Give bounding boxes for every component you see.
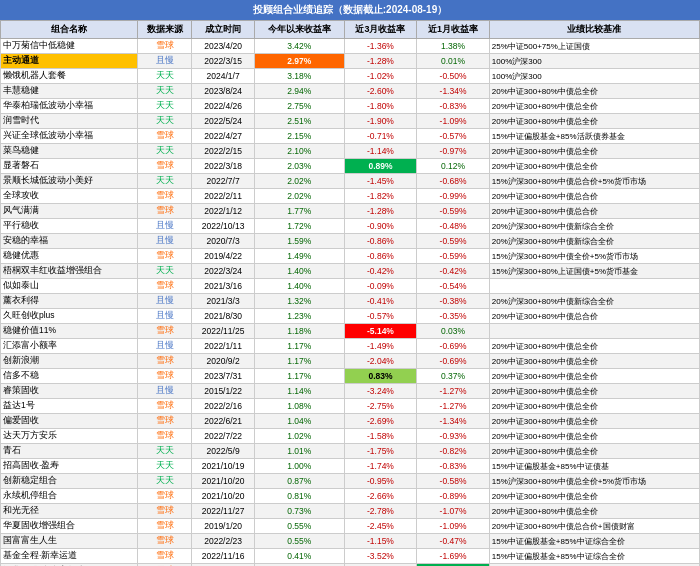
cell-date: 2022/3/15 — [192, 54, 255, 69]
table-row: 全球攻收雪球2022/2/112.02%-1.82%-0.99%20%中证300… — [1, 189, 700, 204]
table-row: 稳健价值11%雪球2022/11/251.18%-5.14%0.03% — [1, 324, 700, 339]
cell-name: 显著磐石 — [1, 159, 138, 174]
cell-date: 2021/3/3 — [192, 294, 255, 309]
cell-date: 2022/11/16 — [192, 549, 255, 564]
cell-date: 2022/2/11 — [192, 189, 255, 204]
cell-m3: -0.71% — [344, 129, 417, 144]
cell-m3: -0.90% — [344, 219, 417, 234]
cell-name: 中万菊信中低稳健 — [1, 39, 138, 54]
cell-date: 2022/2/15 — [192, 144, 255, 159]
cell-m3: -1.74% — [344, 459, 417, 474]
table-row: 薰衣利得且慢2021/3/31.32%-0.41%-0.38%20%沪深300+… — [1, 294, 700, 309]
cell-ytd: 1.18% — [254, 324, 344, 339]
cell-source: 雪球 — [138, 324, 192, 339]
cell-ytd: 1.17% — [254, 369, 344, 384]
cell-m1: -0.59% — [417, 249, 490, 264]
cell-source: 雪球 — [138, 489, 192, 504]
cell-m3: -5.14% — [344, 324, 417, 339]
cell-source: 雪球 — [138, 279, 192, 294]
cell-name: 久旺创收plus — [1, 309, 138, 324]
cell-name: 懒饿机器人套餐 — [1, 69, 138, 84]
table-row: 久旺创收plus且慢2021/8/301.23%-0.57%-0.35%20%中… — [1, 309, 700, 324]
cell-name: 稳健优惠 — [1, 249, 138, 264]
table-row: 达天万方安乐雪球2022/7/221.02%-1.58%-0.93%20%中证3… — [1, 429, 700, 444]
cell-benchmark: 25%中证500+75%上证国债 — [489, 39, 699, 54]
cell-name: 主动通道 — [1, 54, 138, 69]
cell-source: 雪球 — [138, 399, 192, 414]
cell-m1: -0.97% — [417, 144, 490, 159]
cell-date: 2023/8/24 — [192, 84, 255, 99]
cell-m3: 0.83% — [344, 369, 417, 384]
cell-name: 华夏固收增强组合 — [1, 519, 138, 534]
cell-benchmark: 20%中证300+80%中债总全价 — [489, 99, 699, 114]
cell-ytd: 2.75% — [254, 99, 344, 114]
cell-m1: -0.38% — [417, 294, 490, 309]
cell-name: 益达1号 — [1, 399, 138, 414]
cell-m1: -0.93% — [417, 429, 490, 444]
cell-name: 基金全程·新幸运道 — [1, 549, 138, 564]
table-row: 兴证全球低波动小幸福雪球2022/4/272.15%-0.71%-0.57%15… — [1, 129, 700, 144]
table-row: 睿策固收且慢2015/1/221.14%-3.24%-1.27%20%中证300… — [1, 384, 700, 399]
cell-ytd: 2.51% — [254, 114, 344, 129]
cell-m1: -0.35% — [417, 309, 490, 324]
cell-ytd: 2.10% — [254, 144, 344, 159]
table-row: 华夏固收增强组合雪球2019/1/200.55%-2.45%-1.09%20%中… — [1, 519, 700, 534]
cell-ytd: 1.17% — [254, 354, 344, 369]
cell-ytd: 3.18% — [254, 69, 344, 84]
cell-ytd: 1.17% — [254, 339, 344, 354]
cell-ytd: 1.00% — [254, 459, 344, 474]
cell-date: 2022/7/22 — [192, 429, 255, 444]
cell-ytd: 3.42% — [254, 39, 344, 54]
cell-name: 全球攻收 — [1, 189, 138, 204]
cell-benchmark: 15%沪深300+80%中债总合价+5%货币市场 — [489, 174, 699, 189]
header-title: 投顾组合业绩追踪（数据截止:2024-08-19） — [253, 4, 447, 15]
cell-ytd: 1.23% — [254, 309, 344, 324]
table-row: 基金全程·新幸运道雪球2022/11/160.41%-3.52%-1.69%15… — [1, 549, 700, 564]
cell-m3: -1.82% — [344, 189, 417, 204]
cell-date: 2021/3/16 — [192, 279, 255, 294]
cell-benchmark: 100%沪深300 — [489, 54, 699, 69]
cell-m3: -1.49% — [344, 339, 417, 354]
cell-date: 2022/3/24 — [192, 264, 255, 279]
col-source: 数据来源 — [138, 21, 192, 39]
table-row: 国富富生人生雪球2022/2/230.55%-1.15%-0.47%15%中证偏… — [1, 534, 700, 549]
cell-benchmark: 20%中证300+80%中债总全价 — [489, 384, 699, 399]
table-row: 懒饿机器人套餐天天2024/1/73.18%-1.02%-0.50%100%沪深… — [1, 69, 700, 84]
table-row: 显著磐石雪球2022/3/182.03%0.89%0.12%20%中证300+8… — [1, 159, 700, 174]
cell-ytd: 2.02% — [254, 189, 344, 204]
cell-benchmark: 20%中证300+80%中债总全价 — [489, 144, 699, 159]
cell-m3: -1.28% — [344, 204, 417, 219]
cell-source: 雪球 — [138, 504, 192, 519]
cell-name: 丰慧稳健 — [1, 84, 138, 99]
cell-name: 风气满满 — [1, 204, 138, 219]
cell-m3: -2.69% — [344, 414, 417, 429]
cell-source: 雪球 — [138, 159, 192, 174]
cell-m1: 0.12% — [417, 159, 490, 174]
cell-ytd: 1.59% — [254, 234, 344, 249]
cell-source: 天天 — [138, 444, 192, 459]
cell-name: 梧桐双丰红收益增强组合 — [1, 264, 138, 279]
table-row: 风气满满雪球2022/1/121.77%-1.28%-0.59%20%中证300… — [1, 204, 700, 219]
cell-date: 2022/11/25 — [192, 324, 255, 339]
cell-benchmark: 20%中证300+80%中债总全价 — [489, 429, 699, 444]
cell-ytd: 2.03% — [254, 159, 344, 174]
cell-m1: -0.69% — [417, 354, 490, 369]
cell-benchmark: 20%中证300+80%中债总全价 — [489, 339, 699, 354]
cell-source: 且慢 — [138, 384, 192, 399]
cell-m1: 0.03% — [417, 324, 490, 339]
cell-source: 且慢 — [138, 219, 192, 234]
cell-source: 且慢 — [138, 54, 192, 69]
cell-name: 和光无径 — [1, 504, 138, 519]
cell-source: 雪球 — [138, 519, 192, 534]
cell-date: 2021/10/19 — [192, 459, 255, 474]
cell-name: 汇添富小额率 — [1, 339, 138, 354]
cell-benchmark: 20%中证300+80%中债总全价 — [489, 489, 699, 504]
cell-m3: -1.80% — [344, 99, 417, 114]
cell-m3: -1.02% — [344, 69, 417, 84]
col-name: 组合名称 — [1, 21, 138, 39]
cell-m3: -0.95% — [344, 474, 417, 489]
cell-benchmark: 20%中证300+80%中债总合价 — [489, 309, 699, 324]
cell-benchmark — [489, 279, 699, 294]
cell-m3: -1.15% — [344, 534, 417, 549]
cell-date: 2023/7/31 — [192, 369, 255, 384]
